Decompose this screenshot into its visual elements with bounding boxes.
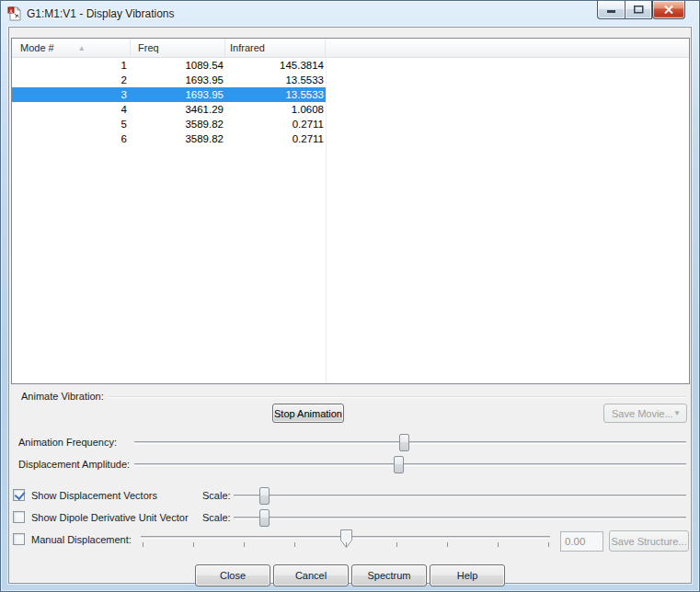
slider-track[interactable] [234, 517, 686, 519]
cell-infrared: 13.5533 [225, 73, 326, 87]
minimize-icon [607, 5, 616, 16]
slider-thumb[interactable] [259, 509, 270, 527]
close-button[interactable] [652, 1, 685, 19]
cell-freq: 3589.82 [131, 131, 225, 146]
cell-freq: 1693.95 [131, 87, 225, 102]
molecule-document-icon [7, 6, 22, 21]
cell-infrared: 0.2711 [225, 131, 326, 146]
table-row[interactable]: 6 3589.82 0.2711 [12, 131, 326, 146]
show-dipole-derivative-label[interactable]: Show Dipole Derivative Unit Vector [31, 512, 189, 523]
button-label: Cancel [295, 570, 327, 581]
cell-mode: 2 [12, 73, 131, 87]
dipole-scale-label: Scale: [202, 512, 231, 523]
button-label: Close [220, 570, 246, 581]
table-row[interactable]: 1 1089.54 145.3814 [12, 58, 326, 73]
display-vibrations-window: G1:M1:V1 - Display Vibrations Mode # ▲ F… [0, 0, 700, 592]
table-row[interactable]: 5 3589.82 0.2711 [12, 117, 326, 131]
slider-tick-marks [143, 542, 548, 548]
table-row[interactable]: 3 1693.95 13.5533 [12, 87, 326, 102]
stop-animation-label: Stop Animation [274, 408, 342, 419]
slider-thumb[interactable] [399, 434, 409, 451]
button-label: Help [457, 570, 478, 581]
minimize-button[interactable] [597, 1, 625, 19]
stop-animation-button[interactable]: Stop Animation [272, 404, 344, 423]
close-dialog-button[interactable]: Close [195, 564, 270, 586]
table-header: Mode # ▲ Freq Infrared [12, 39, 689, 58]
slider-track[interactable] [134, 463, 686, 466]
table-row[interactable]: 4 3461.29 1.0608 [12, 102, 326, 117]
manual-displacement-label[interactable]: Manual Displacement: [31, 534, 132, 545]
cell-infrared: 1.0608 [225, 102, 326, 117]
cell-freq: 3589.82 [131, 117, 225, 131]
footer-button-row: Close Cancel Spectrum Help [9, 564, 691, 586]
save-structure-button[interactable]: Save Structure... [609, 530, 689, 552]
cancel-button[interactable]: Cancel [273, 564, 349, 586]
spectrum-button[interactable]: Spectrum [351, 564, 427, 586]
maximize-icon [634, 5, 644, 16]
column-header-mode[interactable]: Mode # ▲ [12, 39, 131, 57]
slider-track[interactable] [234, 495, 686, 497]
manual-displacement-value-field[interactable] [560, 531, 603, 552]
save-movie-label: Save Movie... [612, 408, 673, 419]
table-body: 1 1089.54 145.3814 2 1693.95 13.5533 3 1… [12, 58, 689, 146]
cell-infrared: 0.2711 [225, 117, 326, 131]
checkmark-icon [14, 489, 25, 500]
cell-mode: 3 [12, 87, 131, 102]
help-button[interactable]: Help [430, 564, 505, 586]
button-label: Spectrum [367, 570, 410, 581]
column-header-label: Freq [138, 42, 159, 53]
animation-frequency-slider[interactable] [134, 434, 686, 451]
slider-track[interactable] [134, 441, 686, 444]
maximize-button[interactable] [625, 1, 652, 19]
cell-freq: 1693.95 [131, 73, 225, 87]
cell-mode: 1 [12, 58, 131, 73]
displacement-amplitude-label: Displacement Amplitude: [18, 459, 130, 470]
vibration-modes-table: Mode # ▲ Freq Infrared 1 1089.54 145.381… [11, 38, 690, 384]
table-row[interactable]: 2 1693.95 13.5533 [12, 73, 326, 87]
title-bar[interactable]: G1:M1:V1 - Display Vibrations [1, 1, 699, 27]
vector-scale-label: Scale: [202, 490, 231, 501]
cell-mode: 6 [12, 131, 131, 146]
animate-vibration-group-label: Animate Vibration: [21, 391, 104, 402]
show-displacement-vectors-checkbox[interactable] [13, 489, 25, 501]
save-structure-label: Save Structure... [612, 536, 687, 547]
cell-freq: 1089.54 [131, 58, 225, 73]
cell-mode: 5 [12, 117, 131, 131]
save-movie-button[interactable]: Save Movie... ▼ [603, 404, 687, 423]
sort-ascending-icon: ▲ [78, 44, 86, 52]
window-title: G1:M1:V1 - Display Vibrations [27, 7, 175, 20]
displacement-amplitude-slider[interactable] [134, 456, 686, 473]
cell-mode: 4 [12, 102, 131, 117]
cell-infrared: 145.3814 [225, 58, 326, 73]
cell-freq: 3461.29 [131, 102, 225, 117]
group-divider-line [109, 396, 686, 398]
slider-thumb[interactable] [259, 487, 270, 505]
show-displacement-vectors-label[interactable]: Show Displacement Vectors [31, 490, 157, 501]
column-header-freq[interactable]: Freq [131, 39, 225, 57]
animation-frequency-label: Animation Frequency: [18, 437, 117, 448]
dropdown-arrow-icon: ▼ [673, 409, 681, 417]
column-divider [326, 57, 327, 383]
dialog-content: Mode # ▲ Freq Infrared 1 1089.54 145.381… [8, 27, 692, 584]
caption-buttons [597, 1, 685, 18]
show-dipole-derivative-checkbox[interactable] [13, 511, 25, 523]
column-header-infrared[interactable]: Infrared [225, 39, 326, 57]
slider-thumb[interactable] [394, 456, 404, 473]
manual-displacement-checkbox[interactable] [13, 533, 25, 545]
column-header-label: Mode # [20, 42, 54, 53]
cell-infrared: 13.5533 [225, 87, 326, 102]
vector-scale-slider[interactable] [234, 487, 686, 505]
dipole-scale-slider[interactable] [234, 509, 686, 527]
column-header-label: Infrared [230, 42, 265, 53]
close-icon [664, 5, 673, 16]
